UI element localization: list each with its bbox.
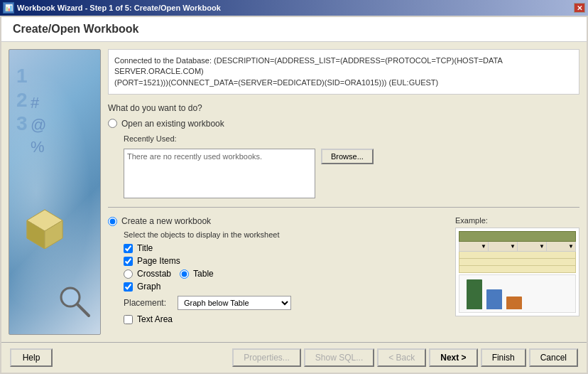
create-area: Create a new workbook Select the objects… (108, 216, 579, 324)
example-chart (459, 274, 576, 313)
placement-label: Placement: (124, 298, 173, 308)
example-panel: Example: ▼ ▼ ▼ ▼ (455, 216, 579, 324)
text-area-checkbox[interactable] (124, 315, 133, 324)
graph-checkbox-row: Graph (124, 282, 448, 292)
checkboxes-row: Title Page Items Crosstab (124, 243, 448, 292)
decorative-panel: 123 #@% (9, 49, 101, 335)
table-radio[interactable] (180, 269, 189, 279)
bar-1 (467, 279, 482, 309)
open-existing-option: Open an existing workbook (108, 119, 579, 129)
properties-button[interactable]: Properties... (232, 348, 301, 367)
svg-line-6 (77, 304, 89, 316)
create-new-label[interactable]: Create a new workbook (121, 216, 211, 226)
bar-3 (506, 296, 522, 309)
select-objects-label: Select the objects to display in the wor… (124, 230, 448, 239)
recently-used-box: There are no recently used workbooks. (124, 149, 315, 198)
magnifier-decoration (58, 284, 93, 320)
right-panel: Connected to the Database: (DESCRIPTION=… (108, 49, 579, 335)
example-header-row (459, 232, 576, 242)
cube-decoration (23, 206, 66, 249)
title-checkbox-label[interactable]: Title (137, 243, 153, 253)
graph-checkbox[interactable] (124, 282, 133, 292)
table-radio-label[interactable]: Table (193, 269, 214, 279)
dialog-body: Create/Open Workbook 123 #@% (1, 17, 587, 373)
graph-checkbox-label[interactable]: Graph (137, 282, 160, 292)
create-new-radio[interactable] (108, 217, 117, 226)
divider (108, 207, 579, 208)
cancel-button[interactable]: Cancel (529, 348, 578, 367)
svg-point-5 (62, 289, 78, 305)
recently-used-label: Recently Used: (124, 134, 579, 143)
example-dropdown-row: ▼ ▼ ▼ ▼ (459, 242, 576, 252)
placement-select[interactable]: Graph below Table Graph above Table Grap… (178, 296, 291, 310)
show-sql-button[interactable]: Show SQL... (304, 348, 374, 367)
create-new-section: Create a new workbook Select the objects… (108, 216, 448, 324)
example-data-row-2 (459, 259, 576, 266)
example-label: Example: (455, 216, 579, 225)
example-data-row-3 (459, 266, 576, 273)
crosstab-radio-label[interactable]: Crosstab (137, 269, 171, 279)
title-bar-text: Workbook Wizard - Step 1 of 5: Create/Op… (17, 4, 221, 12)
example-preview: ▼ ▼ ▼ ▼ (455, 228, 579, 316)
dialog-content: 123 #@% Connected to the Database: (DESC… (1, 42, 587, 342)
close-button[interactable]: ✕ (574, 3, 585, 13)
dialog-header: Create/Open Workbook (1, 17, 587, 42)
next-button[interactable]: Next > (429, 348, 477, 367)
crosstab-table-radio-group: Crosstab Table (124, 269, 448, 279)
title-checkbox[interactable] (124, 244, 133, 253)
connection-line1: Connected to the Database: (DESCRIPTION=… (114, 55, 573, 78)
question-text: What do you want to do? (108, 103, 579, 113)
help-button[interactable]: Help (10, 348, 53, 367)
title-checkbox-row: Title (124, 243, 448, 253)
page-items-checkbox-row: Page Items (124, 256, 448, 266)
back-button[interactable]: < Back (377, 348, 426, 367)
bar-2 (486, 289, 502, 309)
page-items-checkbox[interactable] (124, 257, 133, 266)
right-button-group: Properties... Show SQL... < Back Next > … (232, 348, 578, 367)
page-items-checkbox-label[interactable]: Page Items (137, 256, 180, 266)
bottom-buttons: Help Properties... Show SQL... < Back Ne… (1, 342, 587, 373)
app-icon: 📊 (3, 2, 14, 14)
page-title: Create/Open Workbook (13, 23, 139, 35)
connection-info-box: Connected to the Database: (DESCRIPTION=… (108, 49, 579, 95)
placement-row: Placement: Graph below Table Graph above… (124, 296, 448, 310)
options-section: Open an existing workbook Recently Used:… (108, 119, 579, 198)
title-bar: 📊 Workbook Wizard - Step 1 of 5: Create/… (0, 0, 588, 16)
text-area-checkbox-row: Text Area (124, 314, 448, 324)
crosstab-radio[interactable] (124, 269, 133, 279)
text-area-checkbox-label[interactable]: Text Area (137, 314, 173, 324)
browse-button[interactable]: Browse... (321, 149, 374, 164)
connection-line2: (PORT=1521)))(CONNECT_DATA=(SERVER=DEDIC… (114, 78, 573, 88)
create-header: Create a new workbook (108, 216, 448, 226)
open-existing-radio[interactable] (108, 119, 117, 128)
no-workbooks-message: There are no recently used workbooks. (127, 152, 262, 161)
example-data-row-1 (459, 252, 576, 259)
open-existing-label[interactable]: Open an existing workbook (121, 119, 224, 129)
finish-button[interactable]: Finish (481, 348, 526, 367)
recently-used-area: There are no recently used workbooks. Br… (124, 149, 579, 198)
